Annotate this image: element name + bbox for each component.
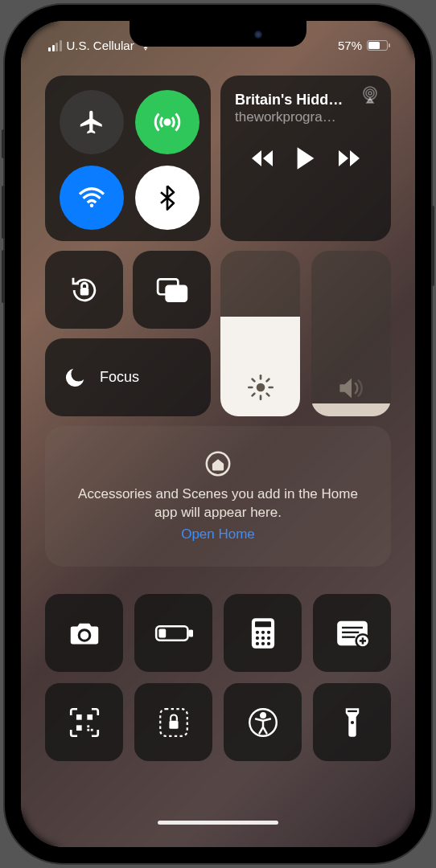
qr-icon	[69, 707, 100, 738]
svg-point-5	[368, 92, 372, 95]
home-widget[interactable]: Accessories and Scenes you add in the Ho…	[45, 426, 391, 567]
home-message: Accessories and Scenes you add in the Ho…	[66, 485, 370, 522]
volume-icon	[338, 376, 365, 400]
svg-point-27	[266, 630, 269, 633]
brightness-slider[interactable]	[220, 251, 300, 416]
accessibility-icon	[248, 707, 278, 738]
svg-rect-42	[87, 714, 93, 719]
code-scanner-button[interactable]	[45, 683, 123, 761]
cellular-icon	[153, 108, 182, 137]
low-power-mode-button[interactable]	[134, 594, 212, 672]
airplane-icon	[78, 108, 105, 136]
airplay-icon[interactable]	[360, 85, 380, 104]
svg-line-15	[266, 394, 269, 396]
battery-icon	[367, 40, 388, 51]
airplane-mode-toggle[interactable]	[60, 90, 124, 154]
svg-point-9	[256, 383, 265, 392]
flashlight-button[interactable]	[313, 683, 391, 761]
svg-rect-44	[87, 725, 89, 727]
svg-rect-45	[90, 728, 93, 731]
svg-rect-41	[76, 714, 81, 719]
svg-point-31	[255, 641, 258, 645]
signal-icon	[48, 40, 62, 51]
rotation-lock-toggle[interactable]	[45, 251, 123, 329]
accessibility-button[interactable]	[224, 683, 302, 761]
moon-icon	[63, 366, 87, 390]
battery-percentage: 57%	[338, 39, 362, 52]
bluetooth-toggle[interactable]	[135, 166, 199, 230]
svg-point-32	[261, 641, 264, 645]
media-subtitle: theworkprogra…	[235, 109, 376, 125]
focus-label: Focus	[100, 369, 139, 386]
notes-icon	[336, 620, 368, 647]
svg-point-30	[266, 636, 269, 639]
home-indicator[interactable]	[158, 821, 278, 825]
svg-point-50	[261, 713, 265, 718]
quick-note-button[interactable]	[313, 594, 391, 672]
svg-rect-8	[166, 285, 186, 301]
carrier-label: U.S. Cellular	[67, 39, 134, 52]
svg-point-26	[261, 630, 264, 633]
flashlight-icon	[343, 706, 361, 739]
svg-rect-24	[255, 621, 271, 627]
play-button[interactable]	[295, 146, 316, 170]
bluetooth-icon	[159, 185, 175, 211]
svg-rect-51	[348, 710, 357, 711]
rotation-lock-icon	[68, 273, 101, 307]
calculator-button[interactable]	[224, 594, 302, 672]
media-title: Britain's Hidd…	[235, 92, 376, 108]
svg-point-2	[90, 204, 94, 208]
home-icon	[204, 450, 232, 477]
svg-point-4	[366, 89, 374, 97]
connectivity-module[interactable]	[45, 76, 211, 241]
svg-rect-46	[87, 728, 89, 731]
svg-point-1	[165, 120, 170, 125]
wifi-icon	[77, 186, 106, 209]
svg-point-25	[255, 630, 258, 633]
camera-icon	[68, 620, 101, 646]
cellular-data-toggle[interactable]	[135, 90, 199, 154]
focus-button[interactable]: Focus	[45, 338, 211, 416]
svg-point-52	[350, 720, 353, 723]
wifi-toggle[interactable]	[60, 166, 124, 230]
calculator-icon	[250, 617, 276, 649]
volume-slider[interactable]	[311, 251, 391, 416]
svg-rect-48	[169, 720, 178, 728]
svg-rect-6	[80, 288, 88, 295]
media-module[interactable]: Britain's Hidd… theworkprogra…	[220, 76, 391, 241]
svg-rect-43	[76, 725, 81, 731]
screen-mirroring-button[interactable]	[133, 251, 211, 329]
screen-mirroring-icon	[155, 276, 189, 305]
svg-point-0	[145, 48, 146, 50]
forward-button[interactable]	[337, 149, 361, 167]
battery-low-icon	[154, 624, 193, 643]
svg-rect-21	[189, 630, 191, 636]
svg-line-16	[252, 394, 254, 396]
svg-point-33	[266, 641, 269, 645]
svg-point-29	[261, 636, 264, 639]
svg-line-14	[252, 379, 254, 382]
guided-access-button[interactable]	[134, 683, 212, 761]
camera-button[interactable]	[45, 594, 123, 672]
open-home-link[interactable]: Open Home	[181, 526, 255, 542]
svg-point-28	[255, 636, 258, 639]
rewind-button[interactable]	[250, 149, 274, 167]
lock-frame-icon	[158, 707, 189, 738]
svg-line-17	[266, 379, 269, 382]
svg-rect-22	[158, 628, 166, 637]
brightness-icon	[248, 375, 274, 400]
